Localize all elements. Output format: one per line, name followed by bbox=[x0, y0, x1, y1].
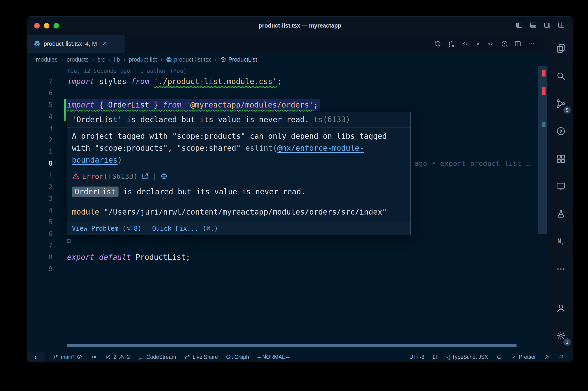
layout-grid-button[interactable] bbox=[558, 22, 565, 30]
eslint-source-close: ) bbox=[118, 156, 122, 165]
activity-settings[interactable]: 1 bbox=[548, 322, 573, 349]
problems-item[interactable]: 22 bbox=[104, 352, 131, 362]
eol-item-label: LF bbox=[432, 354, 439, 360]
breadcrumb-item-src[interactable]: src bbox=[97, 56, 105, 63]
warning-icon bbox=[119, 354, 125, 360]
change-dot-button[interactable] bbox=[474, 40, 481, 47]
chevron-right-icon: › bbox=[91, 56, 94, 63]
split-editor-icon bbox=[514, 40, 521, 47]
code-token bbox=[94, 253, 99, 262]
language-item[interactable]: {} TypeScript JSX bbox=[446, 352, 489, 362]
traffic-light-close[interactable] bbox=[34, 23, 40, 28]
history-button[interactable] bbox=[434, 40, 441, 47]
code-line[interactable]: 8export default ProductList; bbox=[27, 251, 548, 263]
branch-item[interactable]: main* bbox=[52, 352, 84, 362]
line-number: 3 bbox=[27, 193, 53, 204]
breadcrumb-item-lib[interactable]: lib bbox=[114, 56, 120, 63]
code-line[interactable]: 7 bbox=[27, 240, 548, 251]
layout-sidebar-icon bbox=[516, 22, 523, 29]
live-share-item[interactable]: Live Share bbox=[183, 352, 219, 362]
vim-mode-item[interactable]: -- NORMAL -- bbox=[256, 352, 291, 362]
split-editor-button[interactable] bbox=[514, 40, 521, 47]
horizontal-scrollbar[interactable] bbox=[67, 344, 516, 347]
activity-source-control[interactable]: 5 bbox=[548, 90, 573, 117]
breadcrumb-item-product-list-tsx[interactable]: product-list.tsx bbox=[166, 56, 211, 63]
tab-close-button[interactable] bbox=[102, 40, 108, 47]
breadcrumb-label: ProductList bbox=[228, 56, 257, 63]
activity-explorer[interactable] bbox=[548, 35, 573, 62]
eol-item[interactable]: LF bbox=[431, 352, 440, 362]
codestream-item[interactable]: CodeStream bbox=[137, 352, 177, 362]
activity-run-debug[interactable] bbox=[548, 117, 573, 145]
traffic-light-zoom[interactable] bbox=[54, 23, 59, 28]
status-right: UTF-8LF{} TypeScript JSXPrettier bbox=[408, 352, 565, 362]
next-change-button[interactable] bbox=[488, 40, 495, 47]
status-bar: main*22CodeStreamLive ShareGit Graph-- N… bbox=[27, 352, 573, 362]
inline-blame: ago • export product list … bbox=[414, 158, 530, 169]
ts-error-code: ts(6133) bbox=[314, 115, 350, 124]
line-number: 7 bbox=[27, 76, 53, 87]
encoding-item[interactable]: UTF-8 bbox=[408, 352, 425, 362]
code-content: import { OrderList } from '@myreactapp/m… bbox=[65, 99, 320, 111]
layout-sidebar-right-button[interactable] bbox=[544, 22, 551, 30]
globe-icon[interactable] bbox=[160, 173, 168, 180]
activity-extensions[interactable] bbox=[548, 145, 573, 173]
activity-remote-explorer[interactable] bbox=[548, 173, 573, 200]
repo-graph-button[interactable] bbox=[90, 352, 98, 362]
feedback-item[interactable] bbox=[543, 352, 551, 362]
git-graph-item[interactable]: Git Graph bbox=[225, 352, 250, 362]
remote-explorer-icon bbox=[556, 181, 566, 191]
activity-more-views[interactable] bbox=[548, 255, 573, 283]
code-token: OrderList bbox=[108, 100, 149, 109]
line-number: 7 bbox=[27, 240, 53, 251]
extensions-icon bbox=[556, 154, 566, 164]
search-icon bbox=[556, 71, 566, 81]
tab-product-list[interactable]: product-list.tsx 4, M bbox=[27, 35, 126, 53]
layout-panel-button[interactable] bbox=[530, 22, 537, 30]
chevron-right-icon: › bbox=[123, 56, 126, 63]
more-actions-button[interactable] bbox=[528, 40, 535, 47]
activity-search[interactable] bbox=[548, 62, 573, 90]
run-button[interactable] bbox=[501, 40, 508, 47]
line-number: 4 bbox=[27, 111, 53, 122]
copilot-item[interactable] bbox=[496, 352, 503, 362]
view-problem-button[interactable]: View Problem (⌥F8) bbox=[72, 224, 142, 233]
layout-sidebar-button[interactable] bbox=[516, 22, 523, 30]
codestream-icon bbox=[138, 354, 144, 360]
quick-fix-button[interactable]: Quick Fix... (⌘.) bbox=[152, 224, 218, 233]
git-graph-item-label: Git Graph bbox=[226, 354, 249, 360]
ruler-mark-error bbox=[542, 87, 546, 95]
activity-testing[interactable] bbox=[548, 200, 573, 228]
bell-icon bbox=[558, 354, 564, 360]
code-token: './product-list.module.css' bbox=[154, 77, 277, 86]
code-line[interactable]: 7import styles from './product-list.modu… bbox=[27, 76, 548, 87]
hover-actions: View Problem (⌥F8) Quick Fix... (⌘.) bbox=[67, 222, 411, 235]
prev-change-button[interactable] bbox=[461, 40, 468, 47]
popup-resize-grip[interactable] bbox=[67, 239, 71, 243]
activity-accounts[interactable] bbox=[548, 294, 573, 322]
notifications-item[interactable] bbox=[557, 352, 565, 362]
code-line[interactable]: 6 bbox=[27, 87, 548, 99]
activity-nx-console[interactable]: NΣ bbox=[548, 228, 573, 255]
breadcrumb-label: products bbox=[67, 56, 89, 63]
severity-code: (TS6133) bbox=[103, 172, 138, 180]
code-line[interactable]: 5import { OrderList } from '@myreactapp/… bbox=[27, 99, 548, 111]
live-share-icon bbox=[184, 354, 190, 360]
breadcrumb-item-products[interactable]: products bbox=[67, 56, 89, 63]
breadcrumb-item-product-list[interactable]: product-list bbox=[129, 56, 157, 63]
external-link-icon[interactable] bbox=[142, 173, 149, 180]
more-actions-icon bbox=[528, 40, 535, 47]
traffic-light-minimize[interactable] bbox=[44, 23, 49, 28]
remote-indicator[interactable] bbox=[27, 352, 45, 362]
breadcrumb-item-productlist[interactable]: ProductList bbox=[220, 56, 257, 63]
chevron-right-icon: › bbox=[214, 56, 217, 63]
ts-message-text: 'OrderList' is declared but its value is… bbox=[72, 115, 309, 124]
code-line[interactable]: 9 bbox=[27, 263, 548, 275]
prettier-item[interactable]: Prettier bbox=[510, 352, 537, 362]
breadcrumb: modules›products›src›lib›product-list›pr… bbox=[27, 53, 548, 66]
editor[interactable]: You, 12 seconds ago | 1 author (You) 7im… bbox=[27, 66, 548, 352]
breadcrumb-item-modules[interactable]: modules bbox=[36, 56, 58, 63]
editor-actions bbox=[434, 35, 548, 53]
compare-changes-button[interactable] bbox=[448, 40, 455, 47]
line-number: 2 bbox=[27, 181, 53, 193]
